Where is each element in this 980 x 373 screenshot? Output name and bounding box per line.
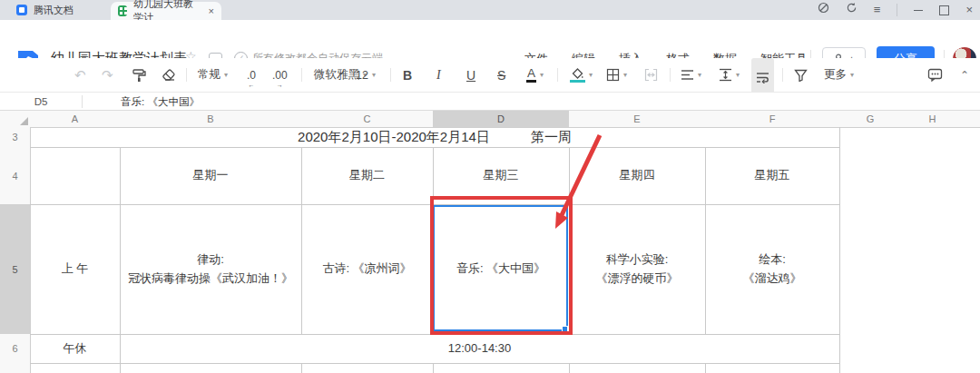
eraser-icon[interactable] (162, 58, 176, 92)
row-header-3[interactable]: 3 (0, 127, 31, 148)
column-header-c[interactable]: C (301, 111, 434, 128)
row-header-5[interactable]: 5 (0, 204, 31, 335)
toolbar-divider (390, 68, 391, 82)
cell-name-box[interactable]: D5 (0, 93, 82, 111)
underline-button[interactable]: U (466, 58, 475, 92)
browser-menu-icon[interactable]: ≡ (874, 0, 881, 20)
cell-f5-activity[interactable]: 绘本: 《溜达鸡》 (705, 204, 840, 335)
cell-a4[interactable] (30, 147, 121, 205)
text-color-dropdown[interactable]: A▾ (526, 58, 544, 92)
cell-b6-noon-time[interactable]: 12:00-14:30 (120, 334, 840, 364)
redo-button[interactable]: ↷ (102, 58, 113, 92)
italic-button[interactable]: I (436, 58, 441, 92)
undo-button[interactable]: ↶ (74, 58, 86, 92)
formula-bar-divider (82, 95, 83, 108)
browser-titlebar: 腾讯文档 幼儿园大班教学计 × ≡ × (0, 0, 980, 20)
text-wrap-button[interactable] (751, 58, 774, 97)
fill-color-dropdown[interactable]: ▾ (570, 58, 593, 92)
column-header-stub[interactable] (964, 111, 980, 128)
cell-d5-activity-selected[interactable]: 音乐: 《大中国》 (433, 204, 570, 335)
refresh-icon[interactable] (846, 0, 858, 20)
column-header-h[interactable]: H (901, 111, 965, 128)
cell-a7[interactable] (30, 363, 121, 373)
merge-cells-button[interactable] (644, 58, 658, 92)
toolbar-divider (557, 68, 558, 82)
cell-e4-thursday[interactable]: 星期四 (569, 147, 706, 205)
cell-e5-activity[interactable]: 科学小实验: 《漂浮的硬币》 (569, 204, 706, 335)
horizontal-align-dropdown[interactable]: ▾ (681, 58, 701, 92)
borders-dropdown[interactable]: ▾ (606, 58, 627, 92)
cell-a6-noon-label[interactable]: 午休 (30, 334, 121, 364)
browser-tab-active[interactable]: 幼儿园大班教学计 × (111, 2, 221, 20)
toolbar-divider (301, 68, 302, 82)
cell-d4-wednesday[interactable]: 星期三 (433, 147, 570, 205)
decrease-decimal-button[interactable]: .0 (247, 58, 256, 92)
browser-tab-home[interactable]: 腾讯文档 (9, 0, 81, 20)
cell-b7[interactable] (120, 363, 302, 373)
column-header-f[interactable]: F (705, 111, 840, 128)
format-painter-icon[interactable] (132, 58, 146, 92)
spreadsheet-favicon-icon (118, 5, 127, 16)
tab-home-label: 腾讯文档 (34, 4, 74, 17)
select-all-corner[interactable] (0, 111, 31, 128)
cell-b5-activity[interactable]: 律动: 冠状病毒律动操《武汉加油！》 (120, 204, 302, 335)
spreadsheet-grid: A B C D E F G H 3 4 5 6 2020年2月10日-2020年… (0, 111, 980, 373)
window-controls-divider (897, 4, 897, 16)
increase-decimal-button[interactable]: .00 (272, 58, 288, 92)
cell-title-week[interactable]: 2020年2月10日-2020年2月14日 第一周 (30, 127, 840, 148)
row-header-6[interactable]: 6 (0, 334, 31, 364)
document-header: 幼儿园大班教学计划表 ☆ ✓ 所有修改都会自动保存云端 文件 编辑 插入 格式 … (0, 20, 980, 58)
more-tools-dropdown[interactable]: 更多▾ (824, 58, 854, 92)
filter-icon[interactable] (794, 58, 808, 92)
column-header-e[interactable]: E (569, 111, 706, 128)
formula-input[interactable]: 音乐: 《大中国》 (121, 93, 200, 111)
tencent-docs-favicon-icon (16, 5, 27, 15)
bold-button[interactable]: B (403, 58, 412, 92)
fill-handle[interactable] (562, 326, 568, 332)
cell-c4-tuesday[interactable]: 星期二 (301, 147, 434, 205)
blocked-content-icon[interactable] (818, 0, 829, 20)
tab-close-icon[interactable]: × (209, 5, 214, 16)
cell-c7[interactable] (301, 363, 434, 373)
font-size-dropdown[interactable]: 12▾ (356, 58, 376, 92)
toolbar-divider (186, 68, 187, 82)
row-header-7[interactable] (0, 363, 31, 373)
minimize-button[interactable] (914, 0, 923, 20)
column-header-g[interactable]: G (839, 111, 902, 128)
close-window-button[interactable]: × (965, 0, 973, 20)
cell-c5-activity[interactable]: 古诗: 《凉州词》 (301, 204, 434, 335)
comment-icon[interactable] (927, 58, 943, 92)
maximize-button[interactable] (939, 0, 949, 20)
column-header-b[interactable]: B (120, 111, 302, 128)
cell-a5-morning[interactable]: 上 午 (30, 204, 121, 335)
row-header-4[interactable]: 4 (0, 147, 31, 205)
cell-f7[interactable] (705, 363, 840, 373)
toolbar-divider (782, 68, 783, 82)
strikethrough-button[interactable]: S (497, 58, 505, 92)
cell-b4-monday[interactable]: 星期一 (120, 147, 302, 205)
cell-e7[interactable] (569, 363, 706, 373)
cell-f4-friday[interactable]: 星期五 (705, 147, 840, 205)
toolbar: ↶ ↷ 常规▾ .0 .00 微软雅黑▾ 12▾ B I U S A▾ ▾ ▾ (0, 58, 980, 93)
column-header-d[interactable]: D (433, 111, 570, 128)
vertical-align-dropdown[interactable]: ▾ (719, 58, 740, 92)
collapse-toolbar-icon[interactable]: ⌃ (960, 58, 969, 92)
cell-d7[interactable] (433, 363, 570, 373)
number-format-dropdown[interactable]: 常规▾ (198, 58, 228, 92)
column-header-a[interactable]: A (30, 111, 121, 128)
toolbar-divider (670, 68, 671, 82)
